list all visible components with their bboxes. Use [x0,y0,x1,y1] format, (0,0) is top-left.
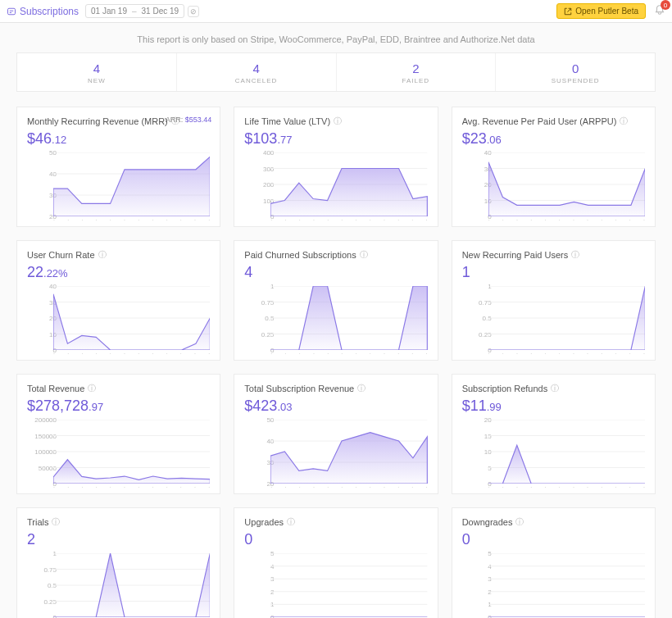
subscription-icon [7,7,16,16]
card-title: Trials ⓘ [27,516,210,528]
clear-date-button[interactable]: ⊘ [188,6,199,17]
card-title: Subscription Refunds ⓘ [462,383,645,394]
summary-cell-new[interactable]: 4 NEW [17,53,177,91]
notifications-button[interactable]: 0 [654,4,665,18]
topbar: Subscriptions 01 Jan 19 – 31 Dec 19 ⊘ Op… [0,0,672,23]
metric-card: Paid Churned Subscriptions ⓘ 4 00.250.50… [234,240,438,361]
metric-card: Downgrades ⓘ 0 012345 ············ [452,507,656,618]
card-value: 2 [27,531,210,548]
metric-card: Avg. Revenue Per Paid User (ARPPU) ⓘ $23… [452,107,656,227]
card-title: New Recurring Paid Users ⓘ [462,249,645,261]
card-value: 0 [462,531,645,548]
x-axis-ticks: ············ [270,484,427,490]
card-title: Upgrades ⓘ [244,516,427,528]
info-icon[interactable]: ⓘ [360,249,368,261]
card-title: Avg. Revenue Per Paid User (ARPPU) ⓘ [462,116,645,127]
info-icon[interactable]: ⓘ [52,516,60,528]
card-value: 4 [244,264,427,281]
chart: ············ [488,152,645,220]
card-value: $11.99 [462,398,645,415]
open-beta-label: Open Putler Beta [575,7,638,16]
chart: ············ [53,152,210,220]
chart: ············ [488,286,645,353]
summary-label: NEW [22,77,171,84]
card-value: 1 [462,264,645,281]
metric-card: Subscription Refunds ⓘ $11.99 05101520 ·… [452,374,656,494]
date-range[interactable]: 01 Jan 19 – 31 Dec 19 [85,4,184,18]
metric-card: ARR: $553.44 Monthly Recurring Revenue (… [16,107,220,227]
summary-value: 2 [342,61,491,75]
x-axis-ticks: ············ [53,484,210,490]
external-link-icon [564,7,572,16]
info-icon[interactable]: ⓘ [334,116,342,127]
summary-label: SUSPENDED [501,77,650,84]
chart: ············ [270,420,427,487]
chart: ············ [270,286,427,353]
summary-cell-suspended[interactable]: 0 SUSPENDED [496,53,655,91]
x-axis-ticks: ············ [488,484,645,490]
x-axis-ticks: ············ [488,350,645,357]
summary-value: 0 [501,61,650,75]
card-title: Downgrades ⓘ [462,516,645,528]
card-grid: ARR: $553.44 Monthly Recurring Revenue (… [0,107,672,618]
x-axis-ticks: ············ [270,216,427,223]
summary-cell-canceled[interactable]: 4 CANCELED [177,53,337,91]
info-icon[interactable]: ⓘ [515,516,524,528]
summary-cell-failed[interactable]: 2 FAILED [337,53,497,91]
info-icon[interactable]: ⓘ [357,383,366,394]
info-icon[interactable]: ⓘ [88,383,96,394]
chart: ············ [270,152,427,220]
x-axis-ticks: ············ [488,216,645,223]
summary-row: 4 NEW4 CANCELED2 FAILED0 SUSPENDED [16,52,656,92]
chart: ············ [270,553,427,618]
card-value: $103.77 [244,130,427,148]
chart: ············ [488,553,645,618]
metric-card: Trials ⓘ 2 00.250.50.751 ············ [16,507,220,618]
chart: ············ [53,553,210,618]
metric-card: Total Revenue ⓘ $278,728.97 050000100000… [16,374,220,494]
chart: ············ [53,420,210,487]
card-value: 22.22% [27,264,210,281]
x-axis-ticks: ············ [53,216,210,223]
disclaimer: This report is only based on Stripe, Woo… [0,23,672,52]
x-axis-ticks: ············ [270,350,427,357]
date-from: 01 Jan 19 [91,7,127,16]
open-beta-button[interactable]: Open Putler Beta [556,3,646,19]
date-sep: – [132,7,137,16]
x-axis-ticks: ············ [53,350,210,357]
section-label: Subscriptions [7,6,79,17]
info-icon[interactable]: ⓘ [571,249,579,261]
card-title: Total Revenue ⓘ [27,383,210,394]
info-icon[interactable]: ⓘ [620,116,628,127]
card-title: Paid Churned Subscriptions ⓘ [244,249,427,261]
arr-badge: ARR: $553.44 [166,116,212,124]
info-icon[interactable]: ⓘ [551,383,559,394]
metric-card: New Recurring Paid Users ⓘ 1 00.250.50.7… [452,240,656,361]
chart: ············ [488,420,645,487]
svg-rect-0 [8,8,16,15]
card-title: User Churn Rate ⓘ [27,249,210,261]
card-value: $278,728.97 [27,398,210,415]
card-value: $423.03 [244,398,427,415]
card-value: $46.12 [27,130,210,148]
info-icon[interactable]: ⓘ [287,516,295,528]
date-to: 31 Dec 19 [142,7,179,16]
summary-label: CANCELED [182,77,331,84]
metric-card: Total Subscription Revenue ⓘ $423.03 203… [234,374,438,494]
card-value: 0 [244,531,427,548]
info-icon[interactable]: ⓘ [98,249,107,261]
section-label-text: Subscriptions [20,6,79,17]
summary-value: 4 [22,61,171,75]
metric-card: Upgrades ⓘ 0 012345 ············ [234,507,438,618]
notification-badge: 0 [661,0,670,10]
metric-card: Life Time Value (LTV) ⓘ $103.77 01002003… [234,107,438,227]
summary-value: 4 [182,61,331,75]
card-title: Total Subscription Revenue ⓘ [244,383,427,394]
metric-card: User Churn Rate ⓘ 22.22% 010203040 ·····… [16,240,220,361]
card-value: $23.06 [462,130,645,148]
summary-label: FAILED [342,77,491,84]
card-title: Life Time Value (LTV) ⓘ [244,116,427,127]
chart: ············ [53,286,210,353]
